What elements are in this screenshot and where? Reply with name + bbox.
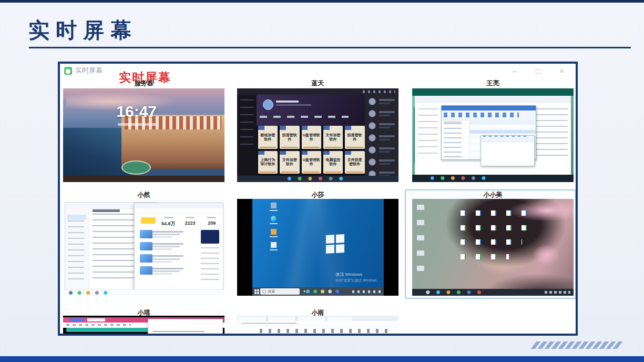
browser-tabs: [239, 317, 352, 321]
contact-row: [367, 133, 396, 143]
contact-row: [367, 108, 396, 119]
shop-name-line: [276, 100, 299, 103]
screen-thumbnail-wangliang[interactable]: [412, 88, 574, 182]
product-card: 防泄密软件: [280, 126, 299, 148]
window-title: 实时屏幕: [75, 66, 103, 75]
follow-button: [141, 217, 156, 224]
nested-dialog: [481, 135, 535, 166]
page-title: 实时屏幕: [28, 16, 138, 45]
file-manager-titlebar: [442, 106, 536, 110]
contact-row: [367, 96, 396, 107]
sidebar-selected-item: [67, 215, 86, 220]
app-icon: [64, 67, 72, 75]
screen-thumbnail-xiaosha[interactable]: 激活 Windows 转到“设置”以激活 Windows。 搜索 ✦: [237, 199, 398, 296]
lockscreen-date-line: [118, 123, 157, 126]
product-card: U盘管理软件: [302, 126, 321, 148]
sidebar-text-lines: [201, 247, 219, 281]
screen-thumbnail-xiaoran[interactable]: 54.6万 2223 209: [63, 199, 224, 296]
result-item: [140, 254, 196, 264]
file-list-header: [470, 120, 536, 125]
activate-line: 激活 Windows: [335, 272, 380, 278]
stat-value: 2223: [183, 216, 198, 226]
screen-label-xiaoxiaomei: 小小美: [412, 190, 574, 199]
folder-icon: [271, 229, 277, 235]
product-card: 文件防泄密软件: [345, 151, 364, 174]
screen-thumbnail-lantian[interactable]: 图纸加密软件 防泄密软件 U盘管理软件 文件加密软件 防泄密软件 上网行为审计软…: [237, 88, 398, 182]
dialog-toolbar-icons: [483, 136, 529, 136]
windows10-desktop: 激活 Windows 转到“设置”以激活 Windows。 搜索 ✦: [252, 199, 384, 296]
decorative-slashes: [534, 341, 620, 349]
maximize-button[interactable]: □: [536, 67, 540, 75]
sidebar-menu-lines: [240, 99, 253, 151]
contact-row: [367, 120, 396, 131]
recycle-bin-icon: [271, 203, 277, 208]
doc-window: [148, 319, 223, 336]
toolbar-items: [66, 324, 131, 326]
contact-row: [367, 145, 396, 155]
page-text-left: [418, 108, 438, 156]
toolbar-icon-row: [260, 329, 392, 333]
edge-icon: [271, 216, 277, 222]
taskbar-icons: [68, 291, 116, 295]
sidebar-items: [68, 215, 84, 279]
product-card: 防泄密软件: [345, 126, 364, 148]
browser-tab: [69, 318, 84, 321]
screen-thumbnail-xiaoyu[interactable]: [237, 316, 398, 336]
browser-tabbar: [135, 203, 222, 208]
stat-value: 209: [205, 216, 219, 226]
document-icon: [271, 242, 277, 248]
file-icon-row: [461, 254, 509, 259]
result-item: [140, 266, 196, 276]
desktop-app-icons: [417, 205, 424, 280]
file-manager-ribbon: [442, 110, 536, 120]
lockscreen-beach: [63, 176, 224, 182]
product-card: 上网行为审计软件: [258, 151, 278, 174]
contact-list-panel: [365, 95, 398, 175]
doc-sidebar: [65, 208, 89, 289]
screen-label-server: 服务器: [63, 79, 224, 87]
shop-banner: [257, 95, 365, 126]
product-card: 图纸加密软件: [258, 126, 278, 148]
dialog-toolbar: [481, 136, 534, 142]
minimize-button[interactable]: –: [513, 67, 517, 75]
file-list-selected-row: [470, 130, 536, 134]
doc-toolbar-strip: [66, 328, 160, 332]
title-underline: [29, 47, 631, 48]
search-results-window: 54.6万 2223 209: [134, 203, 223, 291]
product-card: 文件加密软件: [323, 126, 343, 148]
windows-logo: [326, 234, 344, 254]
doc-heading-line: [93, 209, 120, 212]
stats-row: 54.6万 2223 209: [161, 216, 219, 226]
screen-label-wangliang: 王亮: [412, 79, 574, 87]
ribbon-icons: [444, 113, 519, 118]
activate-hint-line: 转到“设置”以激活 Windows。: [335, 278, 380, 283]
taskbar: 搜索 ✦: [252, 287, 384, 296]
address-bar: [135, 208, 222, 213]
product-card: 文件加密软件: [280, 151, 299, 174]
shop-subtitle-line: [276, 104, 312, 106]
screen-thumbnail-server[interactable]: 16:47: [63, 88, 224, 182]
file-icon-row: [461, 225, 527, 230]
browser-tabbar: [412, 88, 574, 96]
screen-label-lantian: 蓝天: [237, 79, 398, 87]
taskbar-icons: [428, 176, 493, 180]
page-text-right: [535, 108, 568, 159]
result-list: [140, 230, 196, 285]
start-button: [254, 289, 259, 294]
taskbar: [412, 289, 574, 296]
screen-thumbnail-xiaoxiaomei[interactable]: [412, 199, 574, 296]
result-item: [140, 230, 196, 239]
lockscreen-clock: 16:47: [116, 103, 157, 120]
promo-card: [201, 230, 219, 244]
realtime-screen-window: 实时屏幕 – □ × 实时屏幕 服务器 蓝天 王亮 16:47: [58, 62, 578, 336]
product-card: 电脑监控软件: [323, 151, 343, 174]
screen-thumbnail-xiaoyao[interactable]: [63, 316, 224, 336]
topbar-icons: [363, 91, 395, 93]
slide: 实时屏幕 实时屏幕 – □ × 实时屏幕 服务器 蓝天 王亮 16:4: [0, 0, 644, 362]
contact-row: [367, 157, 396, 167]
lockscreen-pool: [121, 160, 151, 175]
url-text-line: [242, 323, 297, 324]
taskbar-icons: [285, 176, 350, 181]
address-bar: [415, 96, 571, 103]
close-button[interactable]: ×: [559, 67, 564, 75]
